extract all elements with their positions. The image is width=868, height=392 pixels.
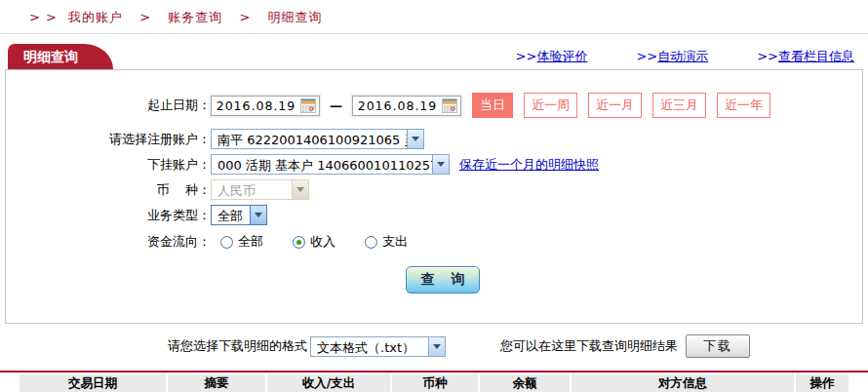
calendar-icon[interactable] <box>300 98 316 113</box>
quick-range-3months-button[interactable]: 近三月 <box>652 93 706 118</box>
biz-type-label: 业务类型： <box>6 207 211 224</box>
download-hint-label: 您可以在这里下载查询明细结果 <box>500 337 678 355</box>
download-format-select[interactable]: 文本格式（.txt） <box>310 336 446 357</box>
query-form-panel: 起止日期： 2016.08.19 — 2016.08.19 <box>5 69 863 324</box>
fund-flow-row: 资金流向： 全部 收入 支出 <box>6 233 862 251</box>
dropdown-arrow-icon[interactable] <box>432 155 449 174</box>
dropdown-arrow-icon[interactable] <box>407 130 423 148</box>
register-account-label: 请选择注册账户： <box>6 131 211 148</box>
end-date-value: 2016.08.19 <box>353 98 442 113</box>
fund-flow-label: 资金流向： <box>6 233 211 251</box>
radio-checked-icon[interactable] <box>293 236 305 249</box>
currency-select: 人民币 <box>211 179 309 200</box>
download-button[interactable]: 下载 <box>686 334 750 358</box>
dropdown-arrow-icon[interactable] <box>428 337 445 356</box>
sub-account-value: 000 活期 基本户 1406600101102571848 <box>212 155 432 174</box>
table-header-row: 交易日期 摘要 收入/支出 币种 余额 对方信息 操作 <box>20 374 848 392</box>
dropdown-arrow-icon <box>292 180 308 199</box>
download-format-label: 请您选择下载明细的格式 <box>168 337 307 355</box>
radio-unchecked-icon[interactable] <box>220 236 233 249</box>
sub-account-label: 下挂账户： <box>6 156 211 174</box>
flow-option-all[interactable]: 全部 <box>220 233 263 251</box>
header-links: >>体验评价 >>自动演示 >>查看栏目信息 <box>516 48 858 65</box>
breadcrumb-item-my-account[interactable]: 我的账户 <box>68 10 123 24</box>
date-range-row: 起止日期： 2016.08.19 — 2016.08.19 <box>6 93 862 118</box>
save-snapshot-link[interactable]: 保存近一个月的明细快照 <box>459 156 599 174</box>
link-view-column-info[interactable]: >>查看栏目信息 <box>757 48 854 65</box>
link-experience-rating[interactable]: >>体验评价 <box>516 48 588 65</box>
breadcrumb-separator: > <box>239 10 251 24</box>
breadcrumb-item-account-query[interactable]: 账务查询 <box>168 10 222 24</box>
biz-type-value: 全部 <box>212 206 250 224</box>
dropdown-arrow-icon[interactable] <box>250 206 266 224</box>
query-button-row: 查 询 <box>6 266 862 294</box>
radio-unchecked-icon[interactable] <box>365 236 377 249</box>
download-format-value: 文本格式（.txt） <box>311 337 428 356</box>
col-header-action: 操作 <box>796 374 848 392</box>
col-header-summary: 摘要 <box>168 374 265 392</box>
calendar-icon[interactable] <box>442 98 457 113</box>
col-header-amount: 收入/支出 <box>267 374 390 392</box>
register-account-select[interactable]: 南平 6222001406100921065 灵通卡 <box>211 129 424 149</box>
end-date-input[interactable]: 2016.08.19 <box>352 96 461 116</box>
sub-account-row: 下挂账户： 000 活期 基本户 1406600101102571848 保存近… <box>6 154 862 175</box>
currency-value: 人民币 <box>212 180 292 199</box>
sub-account-select[interactable]: 000 活期 基本户 1406600101102571848 <box>211 154 450 175</box>
biz-type-select[interactable]: 全部 <box>211 205 267 225</box>
col-header-date: 交易日期 <box>20 374 166 392</box>
link-auto-demo[interactable]: >>自动演示 <box>636 48 708 65</box>
flow-option-expense[interactable]: 支出 <box>365 233 408 251</box>
quick-range-year-button[interactable]: 近一年 <box>717 93 770 118</box>
col-header-currency: 币种 <box>392 374 478 392</box>
flow-option-income[interactable]: 收入 <box>293 233 335 251</box>
quick-range-today-button[interactable]: 当日 <box>472 93 513 118</box>
query-button[interactable]: 查 询 <box>406 266 480 294</box>
col-header-balance: 余额 <box>480 374 570 392</box>
biz-type-row: 业务类型： 全部 <box>6 205 862 225</box>
currency-label: 币 种： <box>6 181 211 199</box>
date-range-separator: — <box>330 98 342 113</box>
download-row: 请您选择下载明细的格式 文本格式（.txt） 您可以在这里下载查询明细结果 下载 <box>168 334 868 358</box>
breadcrumb-separator: > <box>139 10 151 24</box>
start-date-value: 2016.08.19 <box>212 98 300 113</box>
tab-detail-query: 明细查询 <box>8 44 84 69</box>
quick-range-month-button[interactable]: 近一月 <box>588 93 642 118</box>
register-account-value: 南平 6222001406100921065 灵通卡 <box>212 130 407 148</box>
date-range-label: 起止日期： <box>6 97 211 114</box>
results-table: 交易日期 摘要 收入/支出 币种 余额 对方信息 操作 2016-08-19 D… <box>18 372 850 392</box>
tab-header-row: 明细查询 >>体验评价 >>自动演示 >>查看栏目信息 <box>0 34 868 69</box>
breadcrumb-prefix: > > <box>29 10 58 24</box>
start-date-input[interactable]: 2016.08.19 <box>211 96 320 116</box>
breadcrumb-item-detail-query[interactable]: 明细查询 <box>267 10 322 24</box>
breadcrumb: > > 我的账户 > 账务查询 > 明细查询 <box>0 0 868 34</box>
quick-range-week-button[interactable]: 近一周 <box>524 93 577 118</box>
currency-row: 币 种： 人民币 <box>6 179 862 200</box>
register-account-row: 请选择注册账户： 南平 6222001406100921065 灵通卡 <box>6 129 862 149</box>
col-header-counterparty: 对方信息 <box>572 374 794 392</box>
